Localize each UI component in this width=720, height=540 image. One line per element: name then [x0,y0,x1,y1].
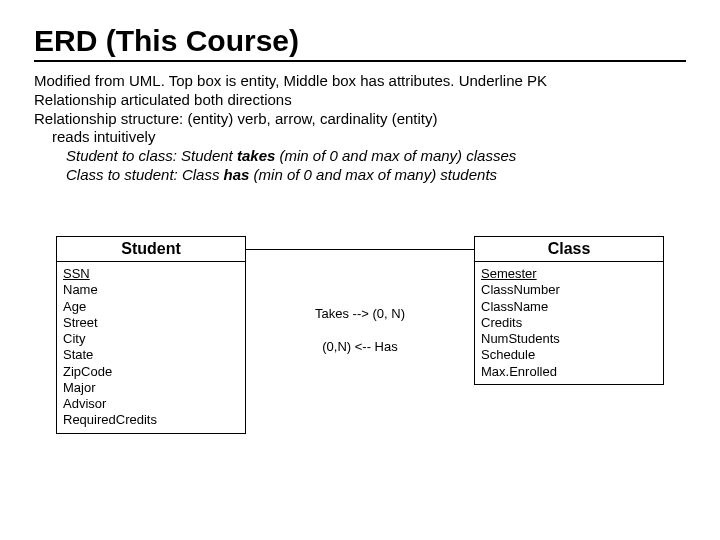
attr: Major [63,380,239,396]
attr: SSN [63,266,239,282]
text: Class to student: Class [66,166,224,183]
attr: Advisor [63,396,239,412]
bullet-line: Relationship structure: (entity) verb, a… [34,110,686,129]
attr: Schedule [481,347,657,363]
entity-student: Student SSN Name Age Street City State Z… [56,236,246,434]
attr: Credits [481,315,657,331]
attr: NumStudents [481,331,657,347]
attr: Max.Enrolled [481,364,657,380]
attr: ClassNumber [481,282,657,298]
relationship-labels: Takes --> (0, N) (0,N) <-- Has [315,236,405,354]
text: Student to class: Student [66,147,237,164]
attr: Age [63,299,239,315]
attr: Name [63,282,239,298]
bullet-line: Relationship articulated both directions [34,91,686,110]
text: (min of 0 and max of many) students [249,166,497,183]
attr: Street [63,315,239,331]
bullet-line: Modified from UML. Top box is entity, Mi… [34,72,686,91]
bullet-line: Class to student: Class has (min of 0 an… [66,166,686,185]
entity-attrs: SSN Name Age Street City State ZipCode M… [56,262,246,434]
attr: RequiredCredits [63,412,239,428]
rel-takes: Takes --> (0, N) [315,306,405,321]
bullet-line: Student to class: Student takes (min of … [66,147,686,166]
entity-class: Class Semester ClassNumber ClassName Cre… [474,236,664,385]
text: (min of 0 and max of many) classes [275,147,516,164]
erd-diagram: Student SSN Name Age Street City State Z… [56,236,664,466]
text-bold: takes [237,147,275,164]
bullet-line: reads intuitively [52,128,686,147]
attr: City [63,331,239,347]
description-block: Modified from UML. Top box is entity, Mi… [34,72,686,185]
entity-name: Student [56,236,246,262]
attr: ZipCode [63,364,239,380]
entity-attrs: Semester ClassNumber ClassName Credits N… [474,262,664,385]
attr: Semester [481,266,657,282]
entity-name: Class [474,236,664,262]
attr: State [63,347,239,363]
rel-has: (0,N) <-- Has [315,339,405,354]
slide-title: ERD (This Course) [34,24,686,62]
text-bold: has [224,166,250,183]
attr: ClassName [481,299,657,315]
slide: ERD (This Course) Modified from UML. Top… [0,0,720,540]
